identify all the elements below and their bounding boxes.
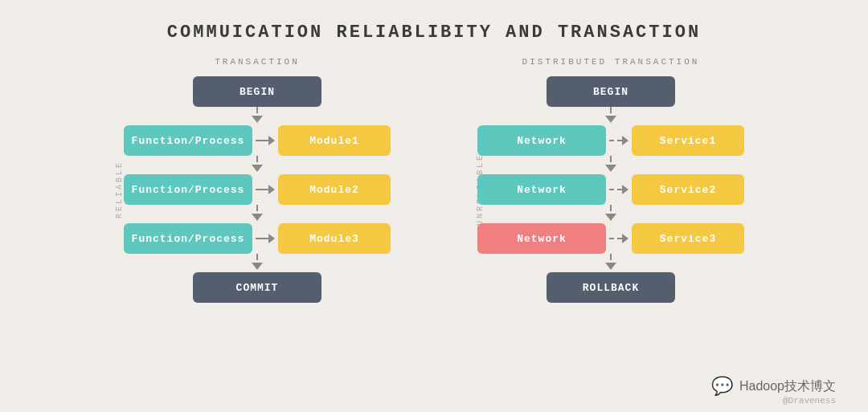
service3: Service3 — [632, 223, 744, 254]
function-process-2: Function/Process — [124, 174, 252, 205]
arrow-row3-to-commit — [252, 254, 263, 272]
service2: Service2 — [632, 174, 744, 205]
transaction-subtitle: TRANSACTION — [104, 57, 410, 67]
distributed-transaction-section: DISTRIBUTED TRANSACTION UNRELIABLE BEGIN… — [458, 57, 764, 303]
function-process-3: Function/Process — [124, 223, 252, 254]
service1: Service1 — [632, 125, 744, 156]
row1-right: Network Service1 — [458, 125, 764, 156]
row2-right: Network Service2 — [458, 174, 764, 205]
row1-left: Function/Process Module1 — [104, 125, 410, 156]
watermark-icon: 💬 — [711, 376, 733, 398]
watermark: 💬 Hadoop技术博文 — [711, 376, 836, 398]
transaction-flow: BEGIN Function/Process Module1 — [104, 76, 410, 303]
dashed-arrow-right-2 — [609, 185, 628, 194]
distributed-flow: BEGIN Network Service1 — [458, 76, 764, 303]
module1: Module1 — [278, 125, 391, 156]
arrow-row2-to-row3-right — [605, 205, 616, 223]
credit-text: @Draveness — [783, 396, 836, 406]
transaction-section: TRANSACTION RELIABLE BEGIN Function/Proc… — [104, 57, 410, 303]
dashed-arrow-right-1 — [609, 136, 628, 145]
row2-left: Function/Process Module2 — [104, 174, 410, 205]
arrow-row1-to-row2-right — [605, 156, 616, 174]
arrow-right-3 — [256, 234, 275, 243]
module2: Module2 — [278, 174, 391, 205]
main-title: COMMUICATION RELIABLIBITY AND TRANSACTIO… — [0, 0, 868, 57]
rollback-box: ROLLBACK — [547, 272, 675, 303]
row3-right: Network Service3 — [458, 223, 764, 254]
arrow-begin-to-row1-left — [252, 107, 263, 125]
watermark-text: Hadoop技术博文 — [739, 378, 836, 395]
begin-box-right: BEGIN — [547, 76, 675, 107]
network-1: Network — [477, 125, 606, 156]
arrow-right-2 — [256, 185, 275, 194]
arrow-begin-to-row1-right — [605, 107, 616, 125]
row3-left: Function/Process Module3 — [104, 223, 410, 254]
arrow-row1-to-row2-left — [252, 156, 263, 174]
network-2: Network — [477, 174, 606, 205]
commit-box: COMMIT — [193, 272, 321, 303]
distributed-subtitle: DISTRIBUTED TRANSACTION — [458, 57, 764, 67]
arrow-right-1 — [256, 136, 275, 145]
network-3-failed: Network — [477, 223, 606, 254]
module3: Module3 — [278, 223, 391, 254]
dashed-arrow-right-3 — [609, 234, 628, 243]
arrow-row2-to-row3-left — [252, 205, 263, 223]
arrow-row3-to-rollback — [605, 254, 616, 272]
function-process-1: Function/Process — [124, 125, 252, 156]
begin-box-left: BEGIN — [193, 76, 321, 107]
